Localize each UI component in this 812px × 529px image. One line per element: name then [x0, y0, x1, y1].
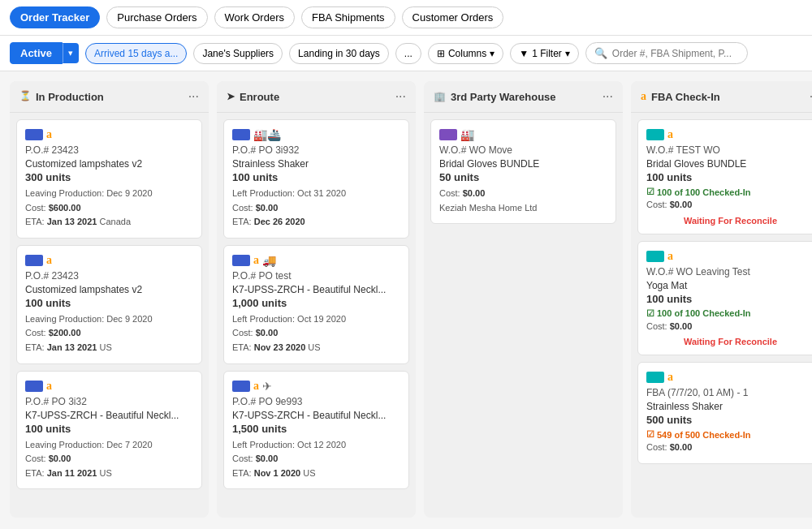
card-icons-2: a [25, 380, 193, 393]
cards-container-3rd-party-warehouse: 🏭W.O.# WO MoveBridal Gloves BUNDLE50 uni… [424, 113, 623, 518]
card-color-bar [646, 129, 664, 140]
card-detail-line1: Left Production: Oct 31 2020 [232, 187, 400, 201]
reconcile-label: Waiting For Reconcile [646, 337, 812, 346]
column-fba-check-in: aFBA Check-In···aW.O.# TEST WOBridal Glo… [631, 81, 812, 518]
active-main-button[interactable]: Active [10, 42, 63, 64]
card-enroute-2[interactable]: a✈P.O.# PO 9e993K7-UPSS-ZRCH - Beautiful… [223, 371, 409, 490]
enroute-column-icon: ➤ [227, 91, 235, 102]
card-detail: Leaving Production: Dec 7 2020Cost: $0.0… [25, 438, 193, 481]
card-title: K7-UPSS-ZRCH - Beautiful Neckl... [25, 410, 193, 421]
card-units: 100 units [25, 423, 193, 435]
column-more-3rd-party-warehouse[interactable]: ··· [603, 89, 613, 104]
card-po: P.O.# PO 3i932 [232, 144, 400, 156]
card-detail-line3: ETA: Nov 1 2020 US [232, 467, 400, 481]
card-3rd-party-warehouse-0[interactable]: 🏭W.O.# WO MoveBridal Gloves BUNDLE50 uni… [430, 119, 616, 224]
active-button-group: Active▾ [10, 42, 79, 64]
search-box[interactable]: 🔍 [585, 42, 748, 64]
nav-btn-customer-orders[interactable]: Customer Orders [402, 6, 504, 28]
search-icon: 🔍 [594, 47, 607, 59]
card-detail-line1: Leaving Production: Dec 7 2020 [25, 438, 193, 453]
fba-check-in-column-icon: a [641, 90, 646, 103]
card-title: Bridal Gloves BUNDLE [439, 158, 607, 170]
card-icons-0: a [646, 128, 812, 141]
top-nav: Order TrackerPurchase OrdersWork OrdersF… [0, 0, 812, 36]
card-title: Yoga Mat [646, 280, 812, 291]
transport-icon: 🏭🚢 [253, 128, 281, 141]
card-po: P.O.# 23423 [25, 144, 193, 156]
filter-chip-1[interactable]: Jane's Suppliers [193, 43, 283, 64]
active-dropdown-button[interactable]: ▾ [63, 43, 79, 63]
card-in-production-0[interactable]: aP.O.# 23423Customized lampshates v2300 … [16, 119, 202, 239]
card-enroute-0[interactable]: 🏭🚢P.O.# PO 3i932Strainless Shaker100 uni… [223, 119, 409, 239]
card-fba-check-in-2[interactable]: aFBA (7/7/20, 01 AM) - 1Strainless Shake… [637, 362, 812, 464]
card-detail: Left Production: Oct 12 2020Cost: $0.00E… [232, 438, 400, 481]
card-fba-check-in-0[interactable]: aW.O.# TEST WOBridal Gloves BUNDLE100 un… [637, 119, 812, 234]
card-detail: Cost: $0.00 [646, 320, 812, 334]
card-color-bar [232, 255, 250, 266]
card-enroute-1[interactable]: a🚚P.O.# PO testK7-UPSS-ZRCH - Beautiful … [223, 245, 409, 364]
card-detail-line1: Left Production: Oct 12 2020 [232, 438, 400, 453]
card-units: 300 units [25, 171, 193, 183]
card-in-production-1[interactable]: aP.O.# 23423Customized lampshates v2100 … [16, 245, 202, 364]
card-detail-line1: Cost: $0.00 [439, 187, 607, 201]
amazon-icon: a [253, 380, 259, 393]
card-detail-line1: Cost: $0.00 [646, 441, 812, 455]
column-enroute: ➤Enroute···🏭🚢P.O.# PO 3i932Strainless Sh… [217, 81, 416, 518]
amazon-icon: a [46, 254, 52, 267]
card-detail-line1: Cost: $0.00 [646, 320, 812, 334]
column-title-text-3rd-party-warehouse: 3rd Party Warehouse [451, 91, 556, 103]
svg-text:⏳: ⏳ [19, 90, 31, 101]
check-icon: ☑ [646, 429, 654, 440]
checked-in-status: ☑549 of 500 Checked-In [646, 429, 812, 440]
cards-container-fba-check-in: aW.O.# TEST WOBridal Gloves BUNDLE100 un… [631, 113, 812, 518]
column-3rd-party-warehouse: 🏢3rd Party Warehouse···🏭W.O.# WO MoveBri… [424, 81, 623, 518]
card-detail-line2: Cost: $600.00 [25, 201, 193, 216]
filter-icon: ▼ [519, 48, 529, 59]
card-po: P.O.# 23423 [25, 270, 193, 282]
transport-icon: 🏭 [460, 128, 474, 141]
card-title: K7-UPSS-ZRCH - Beautiful Neckl... [232, 284, 400, 295]
card-units: 100 units [646, 171, 812, 183]
card-icons-0: a [25, 128, 193, 141]
column-header-in-production: ⏳In Production··· [10, 81, 209, 113]
checked-in-status: ☑100 of 100 Checked-In [646, 187, 812, 197]
columns-button[interactable]: ⊞Columns▾ [428, 43, 503, 64]
checked-in-status: ☑100 of 100 Checked-In [646, 308, 812, 319]
nav-btn-work-orders[interactable]: Work Orders [214, 6, 295, 28]
card-detail-line1: Left Production: Oct 19 2020 [232, 312, 400, 327]
column-title-text-enroute: Enroute [240, 91, 279, 103]
filter-chip-0[interactable]: Arrived 15 days a... [85, 43, 187, 64]
card-title: Strainless Shaker [646, 401, 812, 412]
card-detail: Leaving Production: Dec 9 2020Cost: $200… [25, 312, 193, 355]
card-fba-check-in-1[interactable]: aW.O.# WO Leaving TestYoga Mat100 units☑… [637, 241, 812, 356]
card-color-bar [25, 381, 43, 392]
column-more-in-production[interactable]: ··· [188, 89, 199, 104]
card-in-production-2[interactable]: aP.O.# PO 3i32K7-UPSS-ZRCH - Beautiful N… [16, 371, 202, 490]
amazon-icon: a [253, 254, 259, 267]
card-units: 1,000 units [232, 297, 400, 309]
column-more-fba-check-in[interactable]: ··· [810, 89, 812, 104]
filter-chip-2[interactable]: Landing in 30 days [289, 43, 389, 64]
nav-btn-purchase-orders[interactable]: Purchase Orders [106, 6, 207, 28]
nav-btn-order-tracker[interactable]: Order Tracker [10, 6, 100, 28]
filter-chip-3[interactable]: ... [395, 43, 421, 64]
filter-button[interactable]: ▼1 Filter▾ [510, 43, 579, 64]
amazon-icon: a [46, 380, 52, 393]
check-icon: ☑ [646, 308, 654, 319]
nav-btn-fba-shipments[interactable]: FBA Shipments [301, 6, 395, 28]
column-more-enroute[interactable]: ··· [395, 89, 406, 104]
card-po: P.O.# PO 3i32 [25, 396, 193, 407]
check-icon: ☑ [646, 187, 654, 197]
card-detail: Cost: $0.00 [646, 198, 812, 213]
card-title: Customized lampshates v2 [25, 284, 193, 295]
card-detail: Cost: $0.00 [646, 441, 812, 455]
card-detail-line3: ETA: Jan 13 2021 US [25, 341, 193, 355]
card-units: 50 units [439, 171, 607, 183]
card-color-bar [232, 129, 250, 140]
checked-in-text: 100 of 100 Checked-In [657, 308, 751, 318]
column-header-3rd-party-warehouse: 🏢3rd Party Warehouse··· [424, 81, 623, 113]
search-input[interactable] [612, 48, 739, 59]
card-title: Bridal Gloves BUNDLE [646, 158, 812, 170]
card-detail-line2: Keziah Mesha Home Ltd [439, 201, 607, 216]
card-icons-2: a [646, 371, 812, 384]
